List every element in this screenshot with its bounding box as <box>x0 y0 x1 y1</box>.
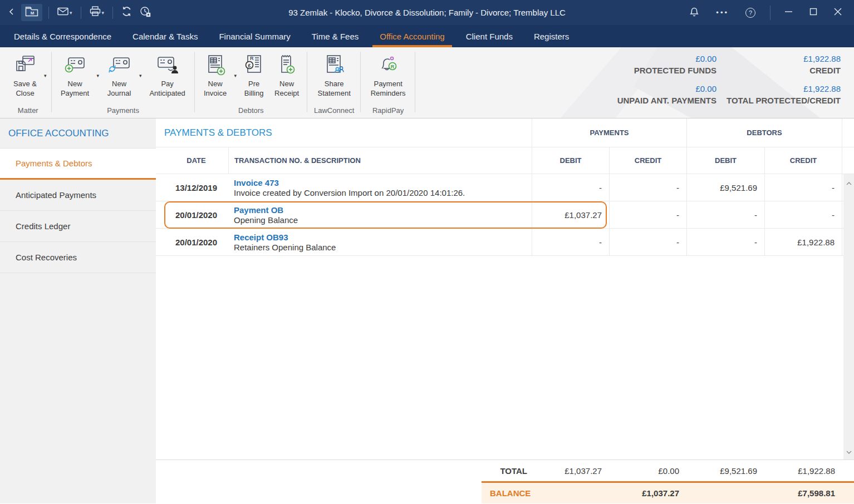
column-group-debtors: DEBTORS <box>686 118 842 147</box>
transaction-link[interactable]: Invoice 473 <box>234 178 532 187</box>
button-label: Share Statement <box>311 80 357 98</box>
summary-unpaid-ant-payments: £0.00 UNPAID ANT. PAYMENTS <box>617 84 716 105</box>
dropdown-caret-icon[interactable]: ▾ <box>42 73 48 78</box>
divider <box>48 7 49 19</box>
save-close-icon <box>13 52 37 80</box>
total-label: TOTAL <box>164 466 532 476</box>
back-button[interactable] <box>6 6 18 20</box>
table-row[interactable]: 13/12/2019 Invoice 473 Invoice created b… <box>156 174 854 201</box>
button-label: New Journal <box>101 80 138 98</box>
sidebar-item-credits-ledger[interactable]: Credits Ledger <box>0 211 156 242</box>
matter-folder-button[interactable]: M <box>21 4 42 21</box>
divider <box>770 6 770 20</box>
new-invoice-button[interactable]: New Invoice <box>198 50 233 98</box>
maximize-button[interactable] <box>804 4 823 21</box>
table-row-selected[interactable]: 20/01/2020 Payment OB Opening Balance £1… <box>156 201 854 229</box>
summary-value: £1,922.88 <box>727 54 841 63</box>
tab-calendar-tasks[interactable]: Calendar & Tasks <box>125 25 205 47</box>
clock-icon <box>140 6 151 19</box>
title-bar: M ▾ ▾ <box>0 0 854 25</box>
email-button[interactable]: ▾ <box>55 5 75 20</box>
dropdown-caret-icon[interactable]: ▾ <box>102 10 105 16</box>
scroll-down-icon[interactable] <box>846 446 852 456</box>
sidebar-item-payments-debtors[interactable]: Payments & Debtors <box>0 149 156 180</box>
notifications-button[interactable] <box>684 3 705 23</box>
cell-debtors-debit: £9,521.69 <box>686 174 764 201</box>
cell-debtors-debit: - <box>686 201 764 228</box>
new-invoice-icon <box>204 52 227 80</box>
divider <box>112 7 113 19</box>
new-journal-button[interactable]: New Journal <box>101 50 138 98</box>
transaction-link[interactable]: Receipt OB93 <box>234 233 532 242</box>
dropdown-caret-icon[interactable]: ▾ <box>95 73 101 78</box>
totals-section: TOTAL £1,037.27 £0.00 £9,521.69 £1,922.8… <box>156 459 854 503</box>
dropdown-caret-icon[interactable]: ▾ <box>70 10 72 16</box>
new-receipt-button[interactable]: New Receipt <box>269 50 304 98</box>
ribbon-group-debtors: New Invoice ▾ R £ Pre Billing <box>195 47 308 118</box>
office-accounting-sidebar: OFFICE ACCOUNTING Payments & Debtors Ant… <box>0 118 156 503</box>
more-options-button[interactable]: ••• <box>710 5 734 20</box>
total-payments-debit: £1,037.27 <box>532 466 609 476</box>
cell-date: 13/12/2019 <box>164 174 228 201</box>
column-header-payments-debit: DEBIT <box>532 147 609 174</box>
summary-value: £1,922.88 <box>727 84 841 93</box>
pay-anticipated-button[interactable]: Pay Anticipated <box>144 50 192 98</box>
dropdown-caret-icon[interactable]: ▾ <box>233 73 239 78</box>
pre-billing-button[interactable]: R £ Pre Billing <box>238 50 269 98</box>
bell-icon <box>689 6 699 19</box>
payment-reminders-button[interactable]: R Payment Reminders <box>364 50 412 98</box>
transaction-description: Retainers Opening Balance <box>234 243 532 252</box>
balance-row: BALANCE £1,037.27 £7,598.81 <box>482 481 854 503</box>
time-recording-button[interactable] <box>138 4 153 22</box>
pay-anticipated-icon <box>155 52 180 80</box>
summary-total-protected-credit: £1,922.88 TOTAL PROTECTED/CREDIT <box>727 84 841 105</box>
folder-icon: M <box>25 6 38 19</box>
table-row[interactable]: 20/01/2020 Receipt OB93 Retainers Openin… <box>156 229 854 256</box>
minimize-button[interactable] <box>779 4 798 21</box>
summary-label: TOTAL PROTECTED/CREDIT <box>727 96 841 105</box>
ribbon-group-label: Debtors <box>198 105 305 117</box>
cell-date: 20/01/2020 <box>164 229 228 255</box>
save-close-button[interactable]: Save & Close <box>8 50 42 98</box>
summary-label: PROTECTED FUNDS <box>617 66 716 75</box>
summary-label: CREDIT <box>727 66 841 75</box>
sidebar-title: OFFICE ACCOUNTING <box>0 118 156 148</box>
total-payments-credit: £0.00 <box>609 466 686 476</box>
tab-office-accounting[interactable]: Office Accounting <box>372 25 451 47</box>
dropdown-caret-icon[interactable]: ▾ <box>138 73 144 78</box>
vertical-scrollbar[interactable] <box>843 174 854 459</box>
button-label: Pay Anticipated <box>144 80 192 98</box>
sidebar-item-cost-recoveries[interactable]: Cost Recoveries <box>0 242 156 273</box>
sidebar-item-anticipated-payments[interactable]: Anticipated Payments <box>0 180 156 211</box>
help-button[interactable]: ? <box>740 4 761 21</box>
window-title: 93 Zemlak - Klocko, Divorce & Dissolutio… <box>288 8 566 17</box>
accounting-summary: £0.00 PROTECTED FUNDS £1,922.88 CREDIT £… <box>617 47 854 105</box>
cell-description: Invoice 473 Invoice created by Conversio… <box>228 174 532 201</box>
svg-text:M: M <box>31 11 35 16</box>
summary-value: £0.00 <box>617 54 716 63</box>
total-row: TOTAL £1,037.27 £0.00 £9,521.69 £1,922.8… <box>156 460 854 481</box>
refresh-button[interactable] <box>119 4 134 21</box>
transaction-link[interactable]: Payment OB <box>234 205 532 215</box>
close-button[interactable] <box>828 4 847 21</box>
chevron-left-icon <box>8 8 16 18</box>
tab-details-correspondence[interactable]: Details & Correspondence <box>7 25 119 47</box>
help-icon: ? <box>745 8 755 18</box>
scroll-up-icon[interactable] <box>846 177 852 187</box>
balance-payments: £1,037.27 <box>609 488 686 498</box>
share-statement-button[interactable]: Share Statement <box>311 50 357 98</box>
maximize-icon <box>809 8 817 18</box>
new-payment-button[interactable]: New Payment <box>55 50 95 98</box>
payments-debtors-panel: PAYMENTS & DEBTORS PAYMENTS DEBTORS DATE… <box>156 118 854 503</box>
tab-registers[interactable]: Registers <box>527 25 576 47</box>
button-label: New Receipt <box>269 80 304 98</box>
cell-date: 20/01/2020 <box>164 201 228 228</box>
tab-financial-summary[interactable]: Financial Summary <box>212 25 297 47</box>
cell-description: Receipt OB93 Retainers Opening Balance <box>228 229 532 255</box>
close-icon <box>834 8 842 18</box>
new-receipt-icon <box>276 52 297 80</box>
tab-time-fees[interactable]: Time & Fees <box>305 25 366 47</box>
cell-payments-credit: - <box>609 174 686 201</box>
tab-client-funds[interactable]: Client Funds <box>459 25 520 47</box>
print-button[interactable]: ▾ <box>87 4 107 21</box>
